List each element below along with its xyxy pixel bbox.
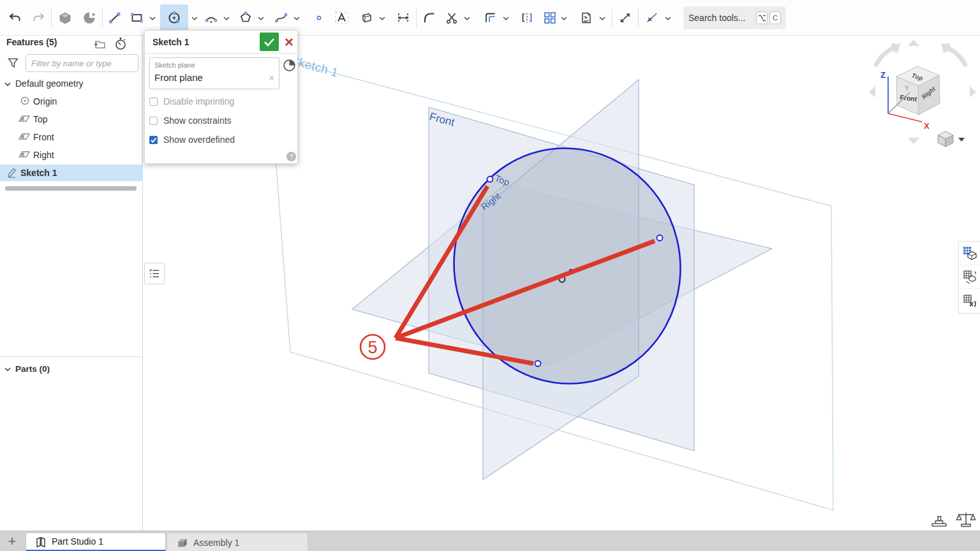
import-dxf-button[interactable] xyxy=(577,9,595,27)
polygon-tool-button[interactable] xyxy=(237,9,255,27)
checkbox-checked[interactable] xyxy=(149,136,158,144)
undo-button[interactable] xyxy=(6,9,24,27)
outline-list-icon xyxy=(148,267,161,280)
feature-item-origin[interactable]: Origin xyxy=(0,93,143,110)
tab-assembly-1[interactable]: Assembly 1 xyxy=(167,533,308,551)
trim-dropdown[interactable] xyxy=(463,15,471,22)
mass-properties-button[interactable] xyxy=(956,510,976,532)
feature-item-front[interactable]: Front xyxy=(0,129,143,145)
option-show-overdefined[interactable]: Show overdefined xyxy=(149,135,235,145)
configurations-panel-button[interactable] xyxy=(959,265,980,289)
cancel-button[interactable] xyxy=(281,34,297,50)
parts-group[interactable]: Parts (0) xyxy=(0,360,143,377)
rollback-bar[interactable] xyxy=(5,186,137,191)
sketch-plane-field[interactable]: Sketch plane Front plane × xyxy=(149,57,279,89)
dimension-tool-button[interactable] xyxy=(394,9,412,27)
variables-panel-button[interactable] xyxy=(959,289,980,312)
section-stamp-button[interactable] xyxy=(930,511,948,532)
polygon-dropdown[interactable] xyxy=(257,15,265,22)
offset-icon xyxy=(484,11,498,25)
option-show-constraints[interactable]: Show constraints xyxy=(149,115,232,126)
feature-item-right[interactable]: Right xyxy=(0,147,143,163)
view-menu-dropdown[interactable] xyxy=(958,138,965,142)
scissors-icon xyxy=(445,11,459,25)
construction-tool-button[interactable] xyxy=(643,9,661,27)
point-tool-button[interactable] xyxy=(310,9,328,27)
chevron-down-icon[interactable] xyxy=(4,78,11,89)
pie-clock-icon xyxy=(283,59,296,72)
clear-selection-icon[interactable]: × xyxy=(269,72,274,83)
circle-dropdown[interactable] xyxy=(191,15,198,22)
tab-part-studio-1[interactable]: Part Studio 1 xyxy=(26,533,166,551)
pattern-tool-button[interactable] xyxy=(541,9,559,27)
checkbox-unchecked[interactable] xyxy=(149,98,158,106)
construction-dropdown[interactable] xyxy=(664,15,672,22)
parts-list-panel-button[interactable] xyxy=(959,242,980,265)
grid-rotate-icon xyxy=(963,270,977,284)
revolve-button[interactable] xyxy=(80,9,98,27)
mirror-icon xyxy=(520,11,534,25)
circle-icon xyxy=(167,10,182,26)
arc-dropdown[interactable] xyxy=(223,15,230,22)
circle-tool-button-active[interactable] xyxy=(160,4,188,31)
checkbox-unchecked[interactable] xyxy=(149,117,158,125)
default-geometry-group[interactable]: Default geometry xyxy=(0,75,143,92)
redo-button[interactable] xyxy=(29,9,47,27)
pattern-dropdown[interactable] xyxy=(560,15,568,22)
toolbar-separator xyxy=(612,8,612,27)
extrude-icon xyxy=(57,10,73,26)
revolve-icon xyxy=(82,10,97,26)
arc-tool-button[interactable] xyxy=(202,9,220,27)
help-button[interactable]: ? xyxy=(286,152,296,161)
accept-button[interactable] xyxy=(260,33,279,51)
offset-dropdown[interactable] xyxy=(502,15,510,22)
fillet-tool-button[interactable] xyxy=(420,9,438,27)
fillet-icon xyxy=(422,11,436,25)
trim-tool-button[interactable] xyxy=(443,9,461,27)
right-panel-rail xyxy=(958,241,980,314)
new-folder-button[interactable] xyxy=(93,38,106,52)
rectangle-dropdown[interactable] xyxy=(149,15,156,22)
annotation-badge: 5 xyxy=(360,335,385,359)
box-dropdown[interactable] xyxy=(378,15,386,22)
checkmark-icon xyxy=(264,38,275,47)
filter-input[interactable] xyxy=(26,54,138,72)
construction-line-icon xyxy=(645,11,659,25)
home-view-button[interactable] xyxy=(938,131,953,147)
c-key-badge: C xyxy=(769,11,781,24)
construction-box-tool-button[interactable] xyxy=(358,9,376,27)
add-tab-button[interactable]: + xyxy=(4,533,20,550)
undo-icon xyxy=(8,11,22,25)
feature-item-sketch1-selected[interactable]: Sketch 1 xyxy=(0,165,143,181)
dxf-dropdown[interactable] xyxy=(598,15,606,22)
sketch-progress-button[interactable] xyxy=(283,59,296,75)
search-tools-button[interactable]: Search tools... C xyxy=(683,6,786,29)
text-tool-button[interactable] xyxy=(333,9,351,27)
chevron-down-icon[interactable] xyxy=(4,364,11,374)
chevron-down-icon xyxy=(561,17,567,20)
feature-item-label: Right xyxy=(33,150,54,160)
toolbar-separator xyxy=(638,8,639,27)
folder-plus-icon xyxy=(93,38,106,50)
axis-y-label: Y xyxy=(905,85,909,92)
transform-tool-button[interactable] xyxy=(616,9,634,27)
offset-tool-button[interactable] xyxy=(482,9,500,27)
feature-list-toggle-button[interactable] xyxy=(144,263,165,284)
chevron-down-icon xyxy=(665,17,671,20)
mirror-tool-button[interactable] xyxy=(518,9,536,27)
stopwatch-button[interactable] xyxy=(114,36,128,52)
redo-icon xyxy=(31,11,45,25)
plane-icon xyxy=(18,113,31,126)
view-cube[interactable]: Top Front Right Z X Y xyxy=(868,37,980,149)
toolbar-separator xyxy=(416,8,417,27)
option-disable-imprinting[interactable]: Disable imprinting xyxy=(149,96,234,107)
chevron-down-icon xyxy=(223,17,230,20)
spline-tool-button[interactable] xyxy=(272,9,290,27)
feature-item-top[interactable]: Top xyxy=(0,111,143,128)
chevron-down-icon xyxy=(599,17,605,20)
line-tool-button[interactable] xyxy=(106,9,124,27)
checkmark-icon xyxy=(150,136,157,143)
spline-dropdown[interactable] xyxy=(293,15,301,22)
rectangle-tool-button[interactable] xyxy=(128,9,146,27)
extrude-button[interactable] xyxy=(56,9,74,27)
